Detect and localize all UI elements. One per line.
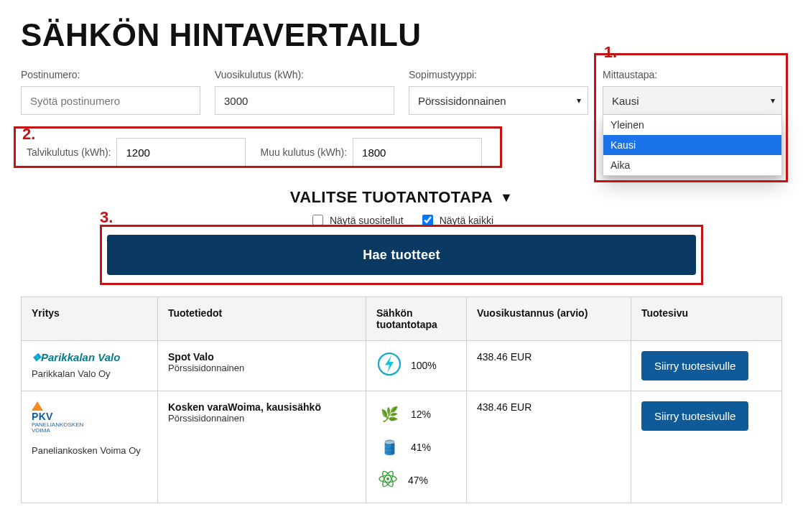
other-input[interactable] bbox=[353, 138, 482, 167]
winter-label: Talvikulutus (kWh): bbox=[27, 146, 111, 158]
results-table: Yritys Tuotetiedot Sähkön tuotantotapa V… bbox=[21, 297, 782, 503]
annual-cost: 438.46 EUR bbox=[467, 341, 631, 391]
table-row: PKV PANELIANKOSKENVOIMA Paneliankosken V… bbox=[22, 391, 782, 503]
contract-select[interactable]: Pörssisidonnainen bbox=[409, 86, 588, 115]
measurement-field: Mittaustapa: Kausi ▾ Yleinen Kausi Aika bbox=[603, 69, 782, 115]
checkbox-row: Näytä suositellut Näytä kaikki bbox=[21, 213, 782, 228]
annual-input[interactable] bbox=[215, 86, 394, 115]
nuclear-icon bbox=[376, 467, 399, 493]
winter-input[interactable] bbox=[116, 138, 246, 167]
fossil-icon: 🛢️ bbox=[376, 434, 402, 460]
product-title: Spot Valo bbox=[168, 351, 356, 363]
th-cost: Vuosikustannus (arvio) bbox=[467, 297, 631, 341]
annotation-3-number: 3. bbox=[100, 208, 113, 227]
th-product: Tuotetiedot bbox=[158, 297, 366, 341]
production-mix: 🌿 12% 🛢️ 41% 47% bbox=[376, 401, 456, 493]
search-button-wrap: Hae tuotteet bbox=[107, 235, 696, 275]
mix-pct: 41% bbox=[411, 442, 431, 453]
show-all-checkbox-label[interactable]: Näytä kaikki bbox=[419, 213, 493, 228]
row2: Talvikulutus (kWh): Muu kulutus (kWh): bbox=[21, 125, 782, 167]
th-company: Yritys bbox=[22, 297, 158, 341]
svg-point-3 bbox=[386, 477, 389, 480]
postal-label: Postinumero: bbox=[21, 69, 200, 80]
annotation-1-number: 1. bbox=[604, 43, 617, 62]
contract-select-wrap: Pörssisidonnainen ▾ bbox=[409, 86, 588, 115]
recommended-checkbox[interactable] bbox=[312, 215, 323, 225]
pkv-logo-icon: PKV PANELIANKOSKENVOIMA bbox=[32, 401, 147, 434]
show-all-checkbox[interactable] bbox=[422, 215, 433, 225]
company-name: Parikkalan Valo Oy bbox=[32, 368, 147, 379]
measurement-select[interactable]: Kausi bbox=[603, 86, 782, 115]
go-to-product-button[interactable]: Siirry tuotesivulle bbox=[641, 401, 748, 431]
filters-row: Postinumero: Vuosikulutus (kWh): Sopimus… bbox=[21, 69, 782, 115]
parikalan-valo-logo-icon: ❖Parikkalan Valo bbox=[32, 351, 120, 364]
measurement-label: Mittaustapa: bbox=[603, 69, 782, 80]
product-subtype: Pörssisidonnainen bbox=[168, 413, 356, 424]
row2-wrap: 2. Talvikulutus (kWh): Muu kulutus (kWh)… bbox=[21, 125, 782, 175]
company-name: Paneliankosken Voima Oy bbox=[32, 445, 147, 456]
contract-field: Sopimustyyppi: Pörssisidonnainen ▾ bbox=[409, 69, 588, 115]
annotation-2-number: 2. bbox=[22, 125, 35, 144]
brand-parikalan-valo: ❖Parikkalan Valo Parikkalan Valo Oy bbox=[32, 351, 147, 379]
th-mix: Sähkön tuotantotapa bbox=[366, 297, 467, 341]
go-to-product-button[interactable]: Siirry tuotesivulle bbox=[641, 351, 748, 381]
page: SÄHKÖN HINTAVERTAILU Postinumero: Vuosik… bbox=[6, 0, 797, 532]
production-mix: 100% bbox=[376, 351, 456, 379]
contract-label: Sopimustyyppi: bbox=[409, 69, 588, 80]
th-page: Tuotesivu bbox=[631, 297, 782, 341]
annual-cost: 438.46 EUR bbox=[467, 391, 631, 503]
bolt-icon bbox=[376, 351, 402, 379]
page-title: SÄHKÖN HINTAVERTAILU bbox=[21, 17, 782, 53]
show-all-text: Näytä kaikki bbox=[440, 215, 493, 226]
other-label: Muu kulutus (kWh): bbox=[260, 146, 347, 158]
product-subtype: Pörssisidonnainen bbox=[168, 363, 356, 373]
recommended-checkbox-label[interactable]: Näytä suositellut bbox=[310, 213, 404, 228]
annual-field: Vuosikulutus (kWh): bbox=[215, 69, 394, 115]
production-title-text: VALITSE TUOTANTOTAPA bbox=[290, 188, 493, 207]
production-title[interactable]: VALITSE TUOTANTOTAPA ▼ bbox=[21, 188, 782, 207]
table-row: ❖Parikkalan Valo Parikkalan Valo Oy Spot… bbox=[22, 341, 782, 391]
mix-pct: 12% bbox=[411, 409, 431, 420]
other-group: Muu kulutus (kWh): bbox=[260, 138, 482, 167]
renewables-icon: 🌿 bbox=[376, 401, 402, 427]
annual-label: Vuosikulutus (kWh): bbox=[215, 69, 394, 80]
mix-pct: 100% bbox=[411, 360, 437, 371]
postal-field: Postinumero: bbox=[21, 69, 200, 115]
winter-group: Talvikulutus (kWh): bbox=[27, 138, 246, 167]
postal-input[interactable] bbox=[21, 86, 200, 115]
mix-pct: 47% bbox=[408, 475, 428, 486]
product-title: Kosken varaWoima, kausisähkö bbox=[168, 401, 356, 413]
search-button[interactable]: Hae tuotteet bbox=[107, 235, 696, 275]
triangle-down-icon: ▼ bbox=[500, 190, 513, 205]
brand-pkv: PKV PANELIANKOSKENVOIMA Paneliankosken V… bbox=[32, 401, 147, 456]
recommended-text: Näytä suositellut bbox=[330, 215, 404, 226]
measurement-select-wrap: Kausi ▾ Yleinen Kausi Aika bbox=[603, 86, 782, 115]
